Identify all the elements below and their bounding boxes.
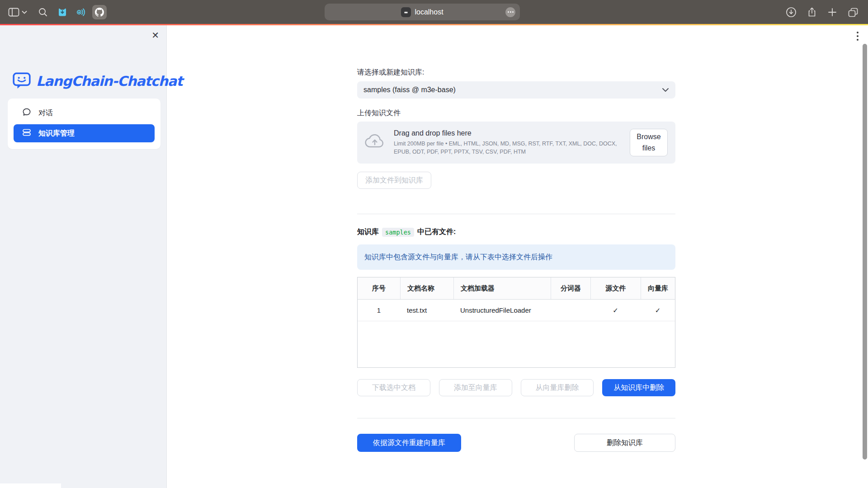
sidebar-chevron-down-icon[interactable]: [22, 10, 27, 14]
dropzone-title: Drag and drop files here: [394, 129, 630, 137]
sidebar-menu: 对话 知识库管理: [8, 99, 160, 149]
sidebar-close-icon[interactable]: ✕: [151, 31, 159, 40]
address-bar[interactable]: localhost: [325, 4, 520, 20]
rebuild-vector-db-button[interactable]: 依据源文件重建向量库: [357, 434, 461, 452]
downloads-icon[interactable]: [786, 7, 797, 18]
upload-label: 上传知识文件: [357, 108, 675, 118]
remove-from-vector-db-button[interactable]: 从向量库删除: [521, 379, 594, 396]
share-icon[interactable]: [807, 7, 817, 18]
extension-rings-icon[interactable]: [74, 6, 86, 18]
kb-select[interactable]: samples (faiss @ m3e-base): [357, 81, 675, 99]
chat-bubble-icon: [21, 107, 32, 119]
logo-chat-icon: [12, 70, 31, 91]
col-header-vector[interactable]: 向量库: [641, 277, 675, 299]
tab-overview-icon[interactable]: [847, 7, 859, 18]
divider: [357, 418, 675, 418]
col-header-name[interactable]: 文档名称: [400, 277, 453, 299]
sidebar-item-kb-management[interactable]: 知识库管理: [14, 124, 155, 142]
col-header-index[interactable]: 序号: [358, 277, 400, 299]
address-url: localhost: [415, 8, 443, 16]
logo-text: LangChain-Chatchat: [36, 73, 183, 89]
kb-bottom-actions: 依据源文件重建向量库 删除知识库: [357, 434, 675, 452]
sidebar-item-label: 知识库管理: [38, 129, 75, 138]
dropzone-hint: Limit 200MB per file • EML, HTML, JSON, …: [394, 140, 629, 156]
extension-downloader-icon[interactable]: [57, 7, 68, 18]
heading-prefix: 知识库: [357, 227, 379, 237]
download-selected-button[interactable]: 下载选中文档: [357, 379, 430, 396]
col-header-source[interactable]: 源文件: [590, 277, 641, 299]
sidebar-item-dialogue[interactable]: 对话: [14, 104, 155, 122]
kb-select-label: 请选择或新建知识库:: [357, 67, 675, 77]
main-area: 请选择或新建知识库: samples (faiss @ m3e-base) 上传…: [167, 25, 868, 488]
file-dropzone[interactable]: Drag and drop files here Limit 200MB per…: [357, 122, 675, 164]
browser-toolbar: localhost: [0, 0, 868, 24]
page-settings-icon[interactable]: [505, 7, 515, 17]
sidebar-toggle-icon[interactable]: [8, 7, 20, 17]
kb-name-code: samples: [382, 228, 414, 237]
new-tab-icon[interactable]: [827, 7, 837, 17]
app-logo: LangChain-Chatchat: [12, 70, 183, 91]
browse-files-button[interactable]: Browse files: [630, 129, 668, 157]
delete-kb-button[interactable]: 删除知识库: [574, 434, 675, 452]
cell-splitter: [551, 300, 590, 321]
cell-index: 1: [358, 300, 400, 321]
cloud-upload-icon: [365, 134, 385, 152]
add-files-to-kb-button[interactable]: 添加文件到知识库: [357, 172, 431, 189]
sidebar-item-label: 对话: [38, 108, 53, 118]
table-header-row: 序号 文档名称 文档加载器 分词器 源文件 向量库: [358, 277, 675, 300]
search-icon[interactable]: [38, 7, 48, 17]
kb-select-value: samples (faiss @ m3e-base): [363, 86, 662, 94]
add-to-vector-db-button[interactable]: 添加至向量库: [439, 379, 512, 396]
database-stack-icon: [21, 127, 32, 140]
cell-source-check: ✓: [590, 300, 641, 321]
chevron-down-icon: [662, 86, 669, 94]
delete-from-kb-button[interactable]: 从知识库中删除: [602, 379, 675, 396]
app-page: ✕ LangChain-Chatchat 对话 知识库管理: [0, 24, 868, 488]
kb-files-table: 序号 文档名称 文档加载器 分词器 源文件 向量库 1 test.txt Uns…: [357, 277, 675, 368]
heading-suffix: 中已有文件:: [417, 227, 456, 237]
cell-name: test.txt: [400, 300, 453, 321]
site-favicon: [401, 7, 411, 17]
divider: [357, 214, 675, 214]
cell-loader: UnstructuredFileLoader: [453, 300, 551, 321]
status-bar-strip: [0, 483, 61, 488]
file-actions-row: 下载选中文档 添加至向量库 从向量库删除 从知识库中删除: [357, 379, 675, 396]
info-banner: 知识库中包含源文件与向量库，请从下表中选择文件后操作: [357, 244, 675, 270]
extension-github-icon[interactable]: [92, 5, 107, 19]
kb-files-heading: 知识库 samples 中已有文件:: [357, 227, 675, 237]
col-header-loader[interactable]: 文档加载器: [453, 277, 551, 299]
sidebar: ✕ LangChain-Chatchat 对话 知识库管理: [0, 25, 167, 488]
table-row[interactable]: 1 test.txt UnstructuredFileLoader ✓ ✓: [358, 300, 675, 321]
col-header-splitter[interactable]: 分词器: [551, 277, 590, 299]
cell-vector-check: ✓: [641, 300, 675, 321]
